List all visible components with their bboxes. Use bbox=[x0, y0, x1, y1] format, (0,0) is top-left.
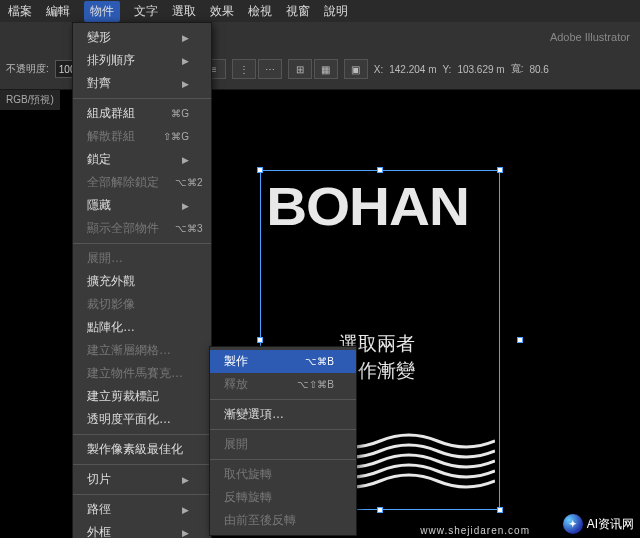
menu-item-展開: 展開 bbox=[210, 433, 356, 456]
menu-item-建立漸層網格…: 建立漸層網格… bbox=[73, 339, 211, 362]
submenu-arrow-icon: ▶ bbox=[182, 201, 189, 211]
menu-物件[interactable]: 物件 bbox=[84, 1, 120, 22]
menu-item-切片[interactable]: 切片▶ bbox=[73, 468, 211, 491]
menu-視窗[interactable]: 視窗 bbox=[286, 3, 310, 20]
menu-item-取代旋轉: 取代旋轉 bbox=[210, 463, 356, 486]
distribute-h-icon[interactable]: ⋮ bbox=[232, 59, 256, 79]
blend-submenu[interactable]: 製作⌥⌘B釋放⌥⇧⌘B漸變選項…展開取代旋轉反轉旋轉由前至後反轉 bbox=[209, 346, 357, 536]
transform-icon[interactable]: ⊞ bbox=[288, 59, 312, 79]
submenu-arrow-icon: ▶ bbox=[182, 56, 189, 66]
submenu-arrow-icon: ▶ bbox=[182, 475, 189, 485]
w-value: 80.6 bbox=[529, 64, 548, 75]
menu-item-點陣化…[interactable]: 點陣化… bbox=[73, 316, 211, 339]
menu-編輯[interactable]: 編輯 bbox=[46, 3, 70, 20]
menu-說明[interactable]: 說明 bbox=[324, 3, 348, 20]
menu-item-裁切影像: 裁切影像 bbox=[73, 293, 211, 316]
pathfinder-icon[interactable]: ▦ bbox=[314, 59, 338, 79]
watermark-brand: AI资讯网 bbox=[587, 516, 634, 533]
distribute-v-icon[interactable]: ⋯ bbox=[258, 59, 282, 79]
menu-item-建立剪裁標記[interactable]: 建立剪裁標記 bbox=[73, 385, 211, 408]
x-label: X: bbox=[374, 64, 383, 75]
x-value: 142.204 m bbox=[389, 64, 436, 75]
handle-top-right[interactable] bbox=[497, 167, 503, 173]
menu-item-展開…: 展開… bbox=[73, 247, 211, 270]
menubar: 檔案編輯物件文字選取效果檢視視窗說明 bbox=[0, 0, 640, 22]
handle-right[interactable] bbox=[517, 337, 523, 343]
menu-效果[interactable]: 效果 bbox=[210, 3, 234, 20]
handle-bottom-right[interactable] bbox=[497, 507, 503, 513]
menu-item-由前至後反轉: 由前至後反轉 bbox=[210, 509, 356, 532]
submenu-arrow-icon: ▶ bbox=[182, 505, 189, 515]
anchor-icon[interactable]: ▣ bbox=[344, 59, 368, 79]
app-name: Adobe Illustrator bbox=[550, 31, 630, 43]
menu-item-顯示全部物件: 顯示全部物件⌥⌘3 bbox=[73, 217, 211, 240]
watermark-logo-icon: ✦ bbox=[563, 514, 583, 534]
menu-檢視[interactable]: 檢視 bbox=[248, 3, 272, 20]
watermark: ✦ AI资讯网 bbox=[563, 514, 634, 534]
menu-item-變形[interactable]: 變形▶ bbox=[73, 26, 211, 49]
menu-檔案[interactable]: 檔案 bbox=[8, 3, 32, 20]
menu-item-外框[interactable]: 外框▶ bbox=[73, 521, 211, 538]
menu-item-排列順序[interactable]: 排列順序▶ bbox=[73, 49, 211, 72]
menu-item-製作[interactable]: 製作⌥⌘B bbox=[210, 350, 356, 373]
handle-top-left[interactable] bbox=[257, 167, 263, 173]
y-value: 103.629 m bbox=[457, 64, 504, 75]
handle-left[interactable] bbox=[257, 337, 263, 343]
watermark-url: www.shejidaren.com bbox=[420, 525, 530, 536]
y-label: Y: bbox=[443, 64, 452, 75]
menu-item-建立物件馬賽克…: 建立物件馬賽克… bbox=[73, 362, 211, 385]
artwork-text[interactable]: BOHAN bbox=[266, 175, 469, 237]
menu-item-漸變選項…[interactable]: 漸變選項… bbox=[210, 403, 356, 426]
menu-item-路徑[interactable]: 路徑▶ bbox=[73, 498, 211, 521]
handle-top[interactable] bbox=[377, 167, 383, 173]
menu-item-製作像素級最佳化[interactable]: 製作像素級最佳化 bbox=[73, 438, 211, 461]
handle-bottom[interactable] bbox=[377, 507, 383, 513]
menu-item-隱藏[interactable]: 隱藏▶ bbox=[73, 194, 211, 217]
menu-item-透明度平面化…[interactable]: 透明度平面化… bbox=[73, 408, 211, 431]
menu-item-鎖定[interactable]: 鎖定▶ bbox=[73, 148, 211, 171]
menu-item-釋放: 釋放⌥⇧⌘B bbox=[210, 373, 356, 396]
menu-item-反轉旋轉: 反轉旋轉 bbox=[210, 486, 356, 509]
menu-文字[interactable]: 文字 bbox=[134, 3, 158, 20]
object-menu[interactable]: 變形▶排列順序▶對齊▶組成群組⌘G解散群組⇧⌘G鎖定▶全部解除鎖定⌥⌘2隱藏▶顯… bbox=[72, 22, 212, 538]
w-label: 寬: bbox=[511, 62, 524, 76]
menu-item-組成群組[interactable]: 組成群組⌘G bbox=[73, 102, 211, 125]
menu-item-解散群組: 解散群組⇧⌘G bbox=[73, 125, 211, 148]
document-tab[interactable]: RGB/預視) bbox=[0, 90, 60, 110]
menu-item-全部解除鎖定: 全部解除鎖定⌥⌘2 bbox=[73, 171, 211, 194]
menu-item-對齊[interactable]: 對齊▶ bbox=[73, 72, 211, 95]
menu-item-擴充外觀[interactable]: 擴充外觀 bbox=[73, 270, 211, 293]
submenu-arrow-icon: ▶ bbox=[182, 528, 189, 538]
submenu-arrow-icon: ▶ bbox=[182, 79, 189, 89]
submenu-arrow-icon: ▶ bbox=[182, 33, 189, 43]
submenu-arrow-icon: ▶ bbox=[182, 155, 189, 165]
menu-選取[interactable]: 選取 bbox=[172, 3, 196, 20]
opacity-label: 不透明度: bbox=[6, 62, 49, 76]
